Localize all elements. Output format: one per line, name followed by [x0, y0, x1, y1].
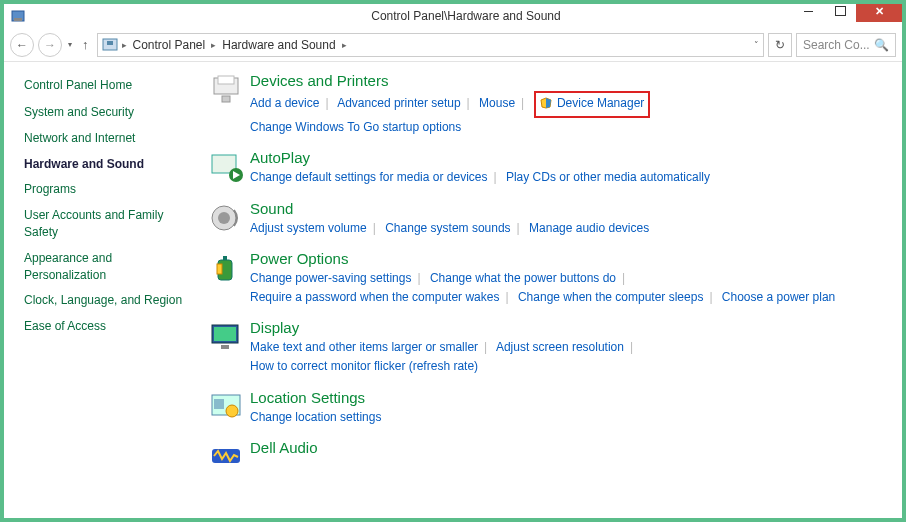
sound-icon — [208, 200, 244, 236]
chevron-right-icon[interactable]: ▸ — [342, 40, 347, 50]
control-panel-icon — [102, 37, 118, 53]
address-dropdown-icon[interactable]: ˅ — [754, 40, 759, 50]
location-settings-icon — [208, 389, 244, 425]
svg-rect-1 — [14, 18, 22, 21]
require-password-link[interactable]: Require a password when the computer wak… — [250, 290, 499, 304]
close-button[interactable] — [856, 0, 902, 22]
window-title: Control Panel\Hardware and Sound — [30, 9, 902, 23]
history-dropdown[interactable]: ▾ — [66, 40, 74, 49]
up-button[interactable]: ↑ — [78, 37, 93, 52]
search-input[interactable]: Search Co... 🔍 — [796, 33, 896, 57]
main-content: Devices and Printers Add a device| Advan… — [204, 62, 902, 518]
control-panel-home-link[interactable]: Control Panel Home — [24, 78, 192, 92]
devices-printers-icon — [208, 72, 244, 108]
power-saving-link[interactable]: Change power-saving settings — [250, 271, 411, 285]
svg-rect-14 — [217, 264, 222, 274]
add-device-link[interactable]: Add a device — [250, 96, 319, 110]
svg-rect-3 — [107, 41, 113, 45]
navigation-bar: ← → ▾ ↑ ▸ Control Panel ▸ Hardware and S… — [4, 28, 902, 62]
mouse-link[interactable]: Mouse — [479, 96, 515, 110]
sound-heading[interactable]: Sound — [250, 200, 882, 217]
windows-to-go-link[interactable]: Change Windows To Go startup options — [250, 120, 461, 134]
display-heading[interactable]: Display — [250, 319, 882, 336]
svg-rect-5 — [218, 76, 234, 84]
breadcrumb-hardware-sound[interactable]: Hardware and Sound — [218, 38, 339, 52]
app-icon — [10, 8, 26, 24]
sidebar-item-system-security[interactable]: System and Security — [24, 104, 192, 121]
dell-audio-icon — [208, 439, 244, 475]
change-location-link[interactable]: Change location settings — [250, 410, 381, 424]
power-options-icon — [208, 250, 244, 286]
autoplay-heading[interactable]: AutoPlay — [250, 149, 882, 166]
dell-audio-heading[interactable]: Dell Audio — [250, 439, 882, 456]
location-settings-heading[interactable]: Location Settings — [250, 389, 882, 406]
text-size-link[interactable]: Make text and other items larger or smal… — [250, 340, 478, 354]
play-cds-link[interactable]: Play CDs or other media automatically — [506, 170, 710, 184]
adjust-volume-link[interactable]: Adjust system volume — [250, 221, 367, 235]
computer-sleeps-link[interactable]: Change when the computer sleeps — [518, 290, 703, 304]
svg-rect-13 — [223, 256, 227, 260]
svg-point-19 — [226, 405, 238, 417]
chevron-right-icon[interactable]: ▸ — [211, 40, 216, 50]
devices-printers-heading[interactable]: Devices and Printers — [250, 72, 882, 89]
shield-icon — [540, 96, 552, 115]
refresh-button[interactable]: ↻ — [768, 33, 792, 57]
svg-rect-16 — [214, 327, 236, 341]
minimize-button[interactable] — [792, 0, 824, 22]
forward-button[interactable]: → — [38, 33, 62, 57]
title-bar: Control Panel\Hardware and Sound — [4, 4, 902, 28]
chevron-right-icon[interactable]: ▸ — [122, 40, 127, 50]
sidebar: Control Panel Home System and Security N… — [4, 62, 204, 518]
screen-resolution-link[interactable]: Adjust screen resolution — [496, 340, 624, 354]
sidebar-item-clock-language[interactable]: Clock, Language, and Region — [24, 292, 192, 309]
sidebar-item-user-accounts[interactable]: User Accounts and Family Safety — [24, 207, 192, 241]
sidebar-item-programs[interactable]: Programs — [24, 181, 192, 198]
device-manager-link[interactable]: Device Manager — [557, 96, 644, 110]
power-buttons-link[interactable]: Change what the power buttons do — [430, 271, 616, 285]
back-button[interactable]: ← — [10, 33, 34, 57]
manage-audio-devices-link[interactable]: Manage audio devices — [529, 221, 649, 235]
search-icon: 🔍 — [874, 38, 889, 52]
autoplay-icon — [208, 149, 244, 185]
device-manager-highlight: Device Manager — [534, 91, 651, 118]
svg-point-11 — [218, 212, 230, 224]
svg-rect-6 — [222, 96, 230, 102]
sidebar-item-appearance[interactable]: Appearance and Personalization — [24, 250, 192, 284]
sidebar-item-ease-of-access[interactable]: Ease of Access — [24, 318, 192, 335]
change-system-sounds-link[interactable]: Change system sounds — [385, 221, 510, 235]
power-options-heading[interactable]: Power Options — [250, 250, 882, 267]
svg-rect-17 — [221, 345, 229, 349]
choose-power-plan-link[interactable]: Choose a power plan — [722, 290, 835, 304]
sidebar-item-hardware-sound[interactable]: Hardware and Sound — [24, 156, 192, 173]
monitor-flicker-link[interactable]: How to correct monitor flicker (refresh … — [250, 359, 478, 373]
breadcrumb-control-panel[interactable]: Control Panel — [129, 38, 210, 52]
change-media-defaults-link[interactable]: Change default settings for media or dev… — [250, 170, 487, 184]
maximize-button[interactable] — [824, 0, 856, 22]
display-icon — [208, 319, 244, 355]
advanced-printer-setup-link[interactable]: Advanced printer setup — [337, 96, 460, 110]
sidebar-item-network-internet[interactable]: Network and Internet — [24, 130, 192, 147]
search-placeholder: Search Co... — [803, 38, 870, 52]
address-bar[interactable]: ▸ Control Panel ▸ Hardware and Sound ▸ ˅ — [97, 33, 765, 57]
